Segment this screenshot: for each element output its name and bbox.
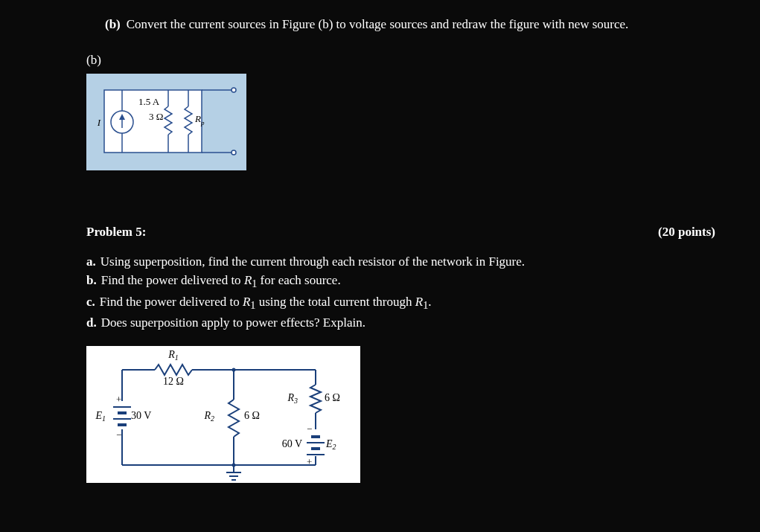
subpart-c: c. Find the power delivered to R1 using … — [86, 292, 715, 314]
figure-b: I 1.5 A 3 Ω Rp — [86, 74, 246, 170]
e1-label: E1 — [95, 410, 106, 423]
r3-value: 6 Ω — [325, 392, 340, 403]
figure-problem-5: + − E1 30 V R1 12 Ω R2 6 Ω — [86, 346, 360, 483]
svg-point-3 — [231, 150, 236, 155]
r2-value: 6 Ω — [244, 410, 260, 421]
problem-5-points: (20 points) — [657, 222, 715, 242]
r1-value: 12 Ω — [163, 376, 184, 387]
part-b-header: (b) Convert the current sources in Figur… — [105, 15, 715, 34]
circuit-b-svg: I 1.5 A 3 Ω Rp — [94, 81, 239, 163]
svg-text:−: − — [307, 423, 312, 435]
subpart-b: b. Find the power delivered to R1 for ea… — [86, 271, 715, 292]
e1-value: 30 V — [131, 410, 151, 421]
resistor-value: 3 Ω — [149, 111, 163, 122]
problem-5-header: Problem 5: (20 points) — [86, 222, 715, 242]
current-value: 1.5 A — [138, 96, 160, 107]
source-label: I — [97, 117, 101, 128]
subpart-a: a. Using superposition, find the current… — [86, 252, 715, 272]
circuit-p5-svg: + − E1 30 V R1 12 Ω R2 6 Ω — [86, 346, 360, 483]
figure-b-label: (b) — [86, 51, 715, 70]
problem-5-title: Problem 5: — [86, 222, 146, 242]
part-b-text: Convert the current sources in Figure (b… — [127, 15, 715, 34]
svg-point-42 — [232, 463, 236, 467]
problem-5-subparts: a. Using superposition, find the current… — [86, 252, 715, 333]
e2-value: 60 V — [282, 438, 302, 449]
svg-text:+: + — [116, 394, 121, 405]
subpart-d: d. Does superposition apply to power eff… — [86, 313, 715, 333]
r2-label: R2 — [203, 410, 214, 423]
e2-label: E2 — [325, 438, 336, 451]
r1-label: R1 — [167, 349, 179, 362]
svg-text:−: − — [116, 429, 121, 440]
svg-point-41 — [232, 368, 236, 371]
svg-point-1 — [231, 88, 236, 92]
r3-label: R3 — [287, 392, 298, 405]
part-b-tag: (b) — [105, 15, 121, 34]
